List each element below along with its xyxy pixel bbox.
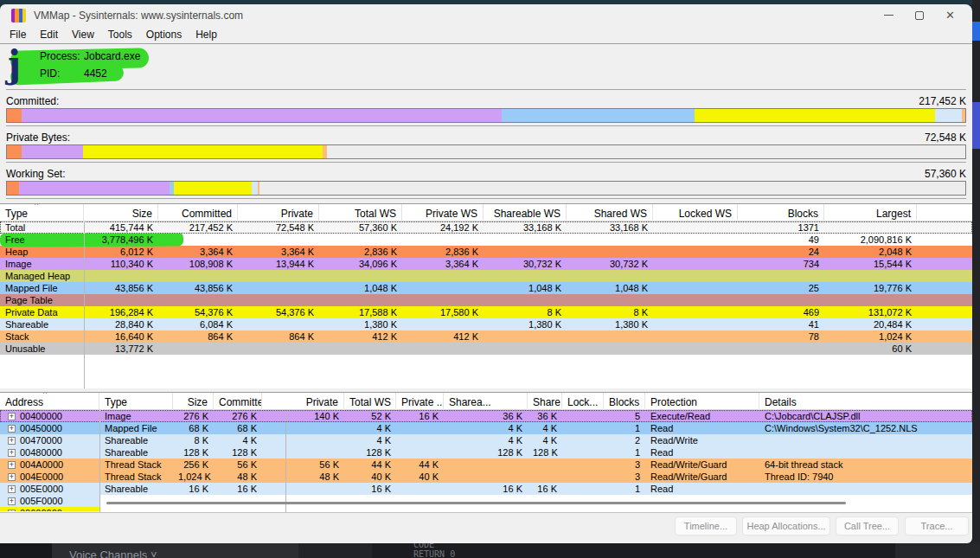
menu-item-tools[interactable]: Tools [101, 27, 139, 42]
summary-cell: 28,840 K [84, 318, 158, 330]
detail-header-lock-[interactable]: Lock... [562, 393, 604, 410]
summary-cell [653, 282, 738, 294]
detail-cell [759, 483, 972, 495]
detail-row-00480000[interactable]: +00480000Shareable128 K128 K128 K128 K12… [0, 446, 972, 459]
summary-row-total[interactable]: Total415,744 K217,452 K72,548 K57,360 K2… [0, 221, 972, 234]
trace-button[interactable]: Trace... [905, 516, 969, 536]
summary-cell: 60 K [824, 343, 917, 355]
detail-header-sharea-[interactable]: Sharea... [444, 393, 528, 410]
timeline-button[interactable]: Timeline... [675, 516, 737, 536]
detail-row-005E0000[interactable]: +005E0000Shareable16 K16 K16 K16 K16 K1R… [0, 483, 972, 495]
title-bar[interactable]: VMMap - Sysinternals: www.sysinternals.c… [0, 4, 972, 26]
detail-cell [562, 422, 604, 434]
sort-caret-icon: ^ [35, 204, 38, 209]
detail-row-004A0000[interactable]: +004A0000Thread Stack256 K56 K56 K44 K44… [0, 459, 972, 471]
detail-cell [562, 471, 604, 483]
summary-row-image[interactable]: Image110,340 K108,908 K13,944 K34,096 K3… [0, 258, 972, 270]
detail-cell: 2 [604, 434, 645, 446]
detail-cell: 48 K [262, 471, 344, 483]
summary-header-largest[interactable]: Largest [824, 204, 917, 221]
detail-cell: 128 K [444, 446, 528, 459]
expand-icon[interactable]: + [8, 425, 16, 433]
summary-row-stack[interactable]: Stack16,640 K864 K864 K412 K412 K781,024… [0, 330, 972, 343]
detail-header-protection[interactable]: Protection [645, 393, 759, 410]
summary-cell [319, 270, 402, 282]
detail-header-blocks[interactable]: Blocks [604, 393, 645, 410]
detail-cell: 44 K [396, 459, 444, 471]
detail-row-00450000[interactable]: +00450000Mapped File68 K68 K4 K4 K4 K1Re… [0, 422, 972, 434]
detail-header-committed[interactable]: Committed [214, 393, 262, 410]
summary-header-total-ws[interactable]: Total WS [319, 204, 402, 221]
summary-header-locked-ws[interactable]: Locked WS [653, 204, 738, 221]
memory-bars-section: Committed:217,452 KPrivate Bytes:72,548 … [0, 90, 972, 199]
detail-header-address[interactable]: Address^ [0, 393, 99, 410]
detail-row-005F0000[interactable]: +005F0000 [0, 495, 972, 507]
summary-cell [824, 294, 917, 306]
expand-icon[interactable]: + [8, 473, 16, 481]
summary-header-private-ws[interactable]: Private WS [402, 204, 484, 221]
summary-table-body: Total415,744 K217,452 K72,548 K57,360 K2… [0, 221, 972, 355]
maximize-icon[interactable] [915, 11, 924, 20]
menu-item-options[interactable]: Options [139, 27, 189, 42]
call-tree-button[interactable]: Call Tree... [836, 516, 899, 536]
summary-cell: 217,452 K [158, 221, 238, 234]
summary-header-blocks[interactable]: Blocks [738, 204, 824, 221]
detail-header-details[interactable]: Details [759, 393, 972, 410]
detail-cell: 56 K [262, 459, 344, 471]
detail-row-00400000[interactable]: +00400000Image276 K276 K140 K52 K16 K36 … [0, 410, 972, 422]
summary-header-type[interactable]: Type^ [0, 204, 84, 221]
detail-cell [528, 507, 562, 511]
summary-row-private-data[interactable]: Private Data196,284 K54,376 K54,376 K17,… [0, 306, 972, 318]
menu-item-edit[interactable]: Edit [33, 27, 65, 42]
detail-row-00470000[interactable]: +00470000Shareable8 K4 K4 K4 K4 K2Read/W… [0, 434, 972, 446]
detail-header-size[interactable]: Size [173, 393, 214, 410]
bar-label: Committed: [6, 95, 59, 107]
menu-item-view[interactable]: View [65, 27, 101, 42]
detail-row-004E0000[interactable]: +004E0000Thread Stack1,024 K48 K48 K40 K… [0, 471, 972, 483]
expand-icon[interactable]: + [8, 497, 16, 505]
detail-header-total-ws[interactable]: Total WS [344, 393, 396, 410]
horizontal-scrollbar[interactable] [106, 502, 846, 504]
summary-cell [238, 234, 319, 246]
detail-header-type[interactable]: Type [99, 393, 173, 410]
summary-row-unusable[interactable]: Unusable13,772 K60 K [0, 343, 972, 355]
menu-item-file[interactable]: File [3, 27, 33, 42]
expand-icon[interactable]: + [8, 510, 16, 511]
summary-header-shareable-ws[interactable]: Shareable WS [484, 204, 567, 221]
vmmap-window: VMMap - Sysinternals: www.sysinternals.c… [0, 4, 972, 543]
summary-header-private[interactable]: Private [238, 204, 319, 221]
expand-icon[interactable]: + [8, 413, 16, 420]
detail-cell [262, 422, 344, 434]
menu-item-help[interactable]: Help [189, 27, 224, 42]
close-icon[interactable]: ✕ [945, 11, 955, 20]
summary-header-size[interactable]: Size [84, 204, 158, 221]
expand-icon[interactable]: + [8, 461, 16, 469]
heap-allocations-button[interactable]: Heap Allocations... [742, 516, 830, 536]
detail-header-private-[interactable]: Private ... [396, 393, 444, 410]
memory-bar [6, 108, 966, 123]
summary-row-page-table[interactable]: Page Table [0, 294, 972, 306]
summary-row-shareable[interactable]: Shareable28,840 K6,084 K1,380 K1,380 K1,… [0, 318, 972, 330]
detail-header-private[interactable]: Private [262, 393, 344, 410]
expand-icon[interactable]: + [8, 449, 16, 457]
expand-icon[interactable]: + [8, 437, 16, 445]
summary-header-shared-ws[interactable]: Shared WS [567, 204, 653, 221]
summary-header-committed[interactable]: Committed [158, 204, 238, 221]
summary-row-heap[interactable]: Heap6,012 K3,364 K3,364 K2,836 K2,836 K2… [0, 246, 972, 258]
voice-channels-label: Voice Channels ˅ [52, 543, 298, 558]
summary-cell: 13,772 K [84, 343, 158, 355]
detail-cell: 16 K [444, 483, 528, 495]
bar-segment-heap [7, 182, 19, 195]
summary-row-mapped-file[interactable]: Mapped File43,856 K43,856 K1,048 K1,048 … [0, 282, 972, 294]
minimize-icon[interactable] [884, 15, 894, 16]
summary-row-managed-heap[interactable]: Managed Heap [0, 270, 972, 282]
detail-header-share-[interactable]: Share... [528, 393, 562, 410]
summary-row-free[interactable]: Free3,778,496 K492,090,816 K [0, 234, 972, 246]
detail-cell: Read/Write/Guard [645, 459, 759, 471]
detail-cell: 68 K [173, 422, 214, 434]
detail-row-00600000[interactable]: +00600000 [0, 507, 972, 511]
bar-segment-private_data [695, 109, 934, 122]
summary-cell: 43,856 K [84, 282, 158, 294]
expand-icon[interactable]: + [8, 485, 16, 493]
summary-cell [84, 294, 158, 306]
